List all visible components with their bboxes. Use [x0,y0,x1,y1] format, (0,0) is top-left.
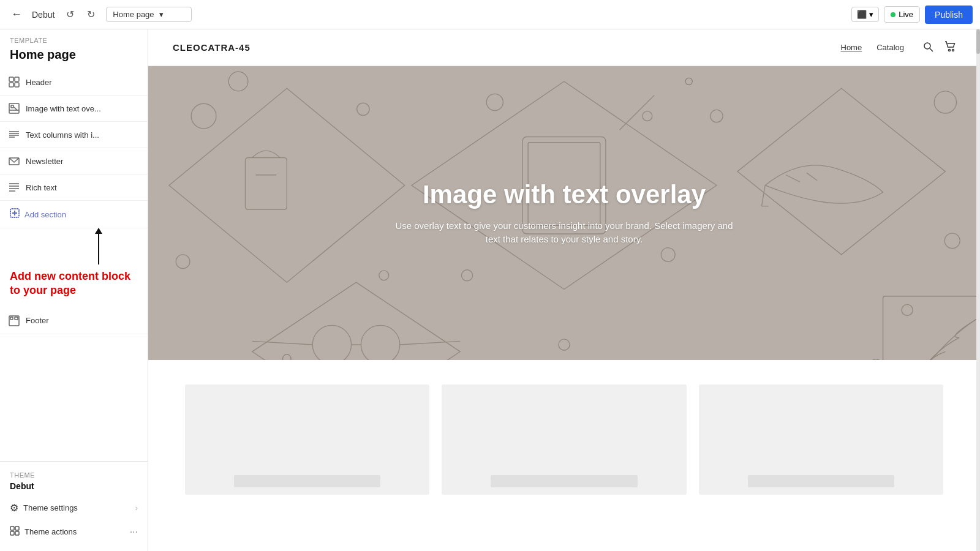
hero-title: Image with text overlay [393,180,736,209]
theme-settings-item[interactable]: ⚙ Theme settings › [0,496,148,520]
visibility-toggle-image-text[interactable]: 👁 [113,102,126,114]
svg-point-27 [924,43,930,49]
sidebar: TEMPLATE Home page Header [0,29,148,551]
image-text-section-label: Image with text ove... [26,104,108,113]
svg-point-30 [952,49,954,51]
svg-rect-22 [15,317,18,320]
svg-rect-4 [9,103,19,113]
main-layout: TEMPLATE Home page Header [0,29,980,551]
nav-link-catalog[interactable]: Catalog [876,43,904,52]
preview-area: CLEOCATRA-45 Home Catalog [148,29,980,551]
drag-handle-rich-text[interactable]: ⋮⋮ [128,181,140,193]
chevron-down-icon: ▾ [159,10,164,19]
theme-name-label: Debut [32,10,55,20]
svg-rect-23 [10,527,14,530]
preview-card-1 [185,384,429,495]
arrow-line [98,234,99,264]
svg-rect-21 [10,317,13,320]
hero-content: Image with text overlay Use overlay text… [380,180,748,247]
visibility-toggle-rich-text[interactable]: 👁 [113,181,126,193]
text-columns-label: Text columns with i... [26,130,108,140]
preview-card-2 [442,384,686,495]
rich-text-label: Rich text [26,183,108,192]
sidebar-item-rich-text[interactable]: Rich text 👁 ⋮⋮ [0,174,148,201]
svg-rect-25 [10,531,14,535]
svg-rect-1 [15,77,19,81]
card-label-1 [234,475,381,487]
svg-line-28 [930,48,933,51]
visibility-toggle-text-columns[interactable]: 👁 [113,129,126,141]
preview-nav: CLEOCATRA-45 Home Catalog [148,29,980,66]
live-indicator [891,12,895,17]
svg-rect-3 [15,83,19,87]
theme-settings-label: Theme settings [23,503,78,512]
sidebar-item-newsletter[interactable]: Newsletter 👁 ⋮⋮ [0,148,148,174]
sidebar-footer: THEME Debut ⚙ Theme settings › Theme act… [0,461,148,551]
sidebar-item-footer[interactable]: Footer [0,308,148,334]
theme-actions-dots-button[interactable]: ··· [130,527,138,538]
preview-nav-links: Home Catalog [841,43,905,52]
back-button[interactable]: ← [7,6,26,24]
svg-point-29 [949,49,951,51]
live-badge[interactable]: Live [884,6,920,23]
add-section-label: Add section [24,210,66,219]
sidebar-item-text-columns[interactable]: Text columns with i... 👁 ⋮⋮ [0,122,148,148]
grid-icon [7,75,21,89]
header-section-label: Header [26,78,140,87]
hero-subtitle: Use overlay text to give your customers … [393,219,736,247]
cart-icon[interactable] [944,41,956,54]
nav-link-home[interactable]: Home [841,43,862,52]
redo-button[interactable]: ↻ [81,6,100,24]
svg-rect-2 [9,83,13,87]
scrollbar-track [976,29,980,551]
redo-icon: ↻ [87,9,95,20]
page-select-dropdown[interactable]: Home page ▾ [106,7,192,22]
card-label-2 [491,475,638,487]
arrow-head [95,228,102,234]
topbar: ← Debut ↺ ↻ Home page ▾ ⬛ ▾ Live Publish [0,0,980,29]
svg-rect-5 [11,105,13,108]
search-icon[interactable] [922,41,933,54]
visibility-toggle-newsletter[interactable]: 👁 [113,155,126,167]
preview-hero: Image with text overlay Use overlay text… [148,66,980,360]
undo-redo-group: ↺ ↻ [61,6,100,24]
add-section-button[interactable]: Add section [0,201,148,228]
template-label: TEMPLATE [0,29,148,47]
newsletter-label: Newsletter [26,157,108,166]
device-icon: ⬛ [857,10,867,19]
footer-icon [7,314,21,328]
theme-actions-label: Theme actions [24,527,77,536]
card-label-3 [748,475,895,487]
topbar-right: ⬛ ▾ Live Publish [851,6,973,24]
footer-label: Footer [26,316,140,325]
device-chevron-icon: ▾ [869,10,873,19]
live-label: Live [899,10,913,19]
drag-handle-text-columns[interactable]: ⋮⋮ [128,129,140,141]
text-columns-icon [7,128,21,141]
undo-button[interactable]: ↺ [61,6,79,24]
settings-icon: ⚙ [10,502,18,514]
theme-section-label: THEME [0,469,148,481]
preview-card-3 [699,384,943,495]
preview-cards-section [148,360,980,519]
annotation-text: Add new content block to your page [10,269,138,298]
annotation-area: Add new content block to your page [0,228,148,298]
device-selector[interactable]: ⬛ ▾ [851,7,879,22]
chevron-right-icon: › [135,503,138,512]
drag-handle-image-text[interactable]: ⋮⋮ [128,102,140,114]
undo-icon: ↺ [66,9,74,20]
svg-rect-0 [9,77,13,81]
sidebar-item-header[interactable]: Header [0,69,148,96]
back-icon: ← [11,8,22,21]
image-icon [7,102,21,115]
rich-text-icon [7,181,21,194]
svg-rect-24 [15,527,19,530]
sidebar-item-image-with-text[interactable]: Image with text ove... 👁 ⋮⋮ [0,96,148,122]
preview-nav-icons [922,41,956,54]
theme-name: Debut [0,481,148,496]
theme-actions-item[interactable]: Theme actions ··· [0,520,148,544]
scrollbar-thumb[interactable] [976,29,980,54]
store-logo: CLEOCATRA-45 [173,42,251,53]
publish-button[interactable]: Publish [925,6,973,24]
drag-handle-newsletter[interactable]: ⋮⋮ [128,155,140,167]
